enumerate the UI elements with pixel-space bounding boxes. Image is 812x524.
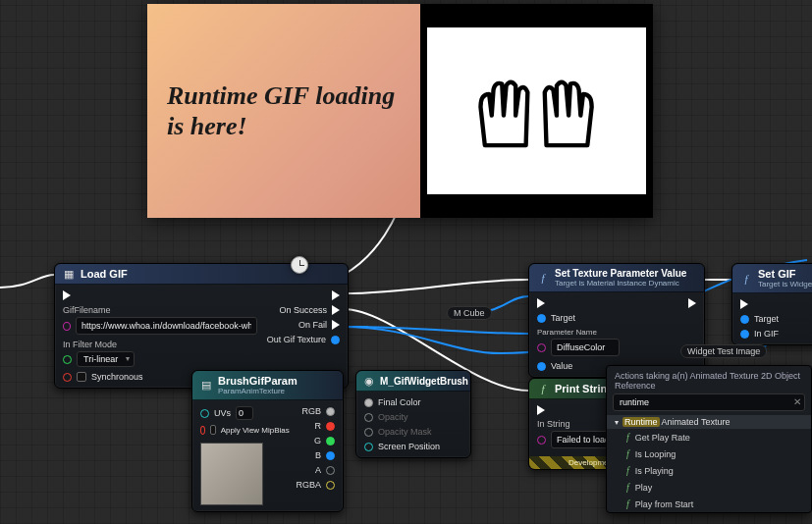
g-pin[interactable]: G bbox=[314, 436, 335, 445]
function-icon: f bbox=[626, 432, 629, 443]
exec-out-pin[interactable] bbox=[688, 298, 696, 308]
node-subtitle: Target is Widget Test Image bbox=[758, 280, 812, 288]
node-subtitle: ParamAnimTexture bbox=[218, 387, 298, 395]
function-icon: f bbox=[626, 482, 629, 493]
node-header[interactable]: f Set Texture Parameter Value Target is … bbox=[529, 264, 704, 292]
filter-mode-select[interactable]: Tri-linear bbox=[77, 351, 135, 367]
context-item[interactable]: fPlay from Start bbox=[607, 496, 811, 512]
function-icon: f bbox=[537, 383, 549, 394]
node-title: Set GIF bbox=[758, 268, 796, 280]
a-pin[interactable]: A bbox=[315, 465, 335, 475]
exec-in-pin[interactable] bbox=[740, 299, 779, 309]
node-title: BrushGifParam bbox=[218, 375, 298, 387]
node-gif-widget-brush[interactable]: ◉ M_GifWidgetBrush Final Color Opacity O… bbox=[355, 370, 471, 458]
hands-icon bbox=[451, 46, 622, 177]
b-pin[interactable]: B bbox=[315, 450, 335, 460]
node-subtitle: Target is Material Instance Dynamic bbox=[555, 279, 686, 288]
exec-in-pin[interactable] bbox=[537, 405, 545, 415]
out-gif-texture-pin[interactable]: Out Gif Texture bbox=[267, 335, 340, 344]
opacity-mask-pin[interactable]: Opacity Mask bbox=[364, 427, 440, 437]
context-category[interactable]: ▾ Runtime Animated Texture bbox=[607, 415, 811, 429]
texture-icon: ▤ bbox=[200, 380, 212, 392]
node-title: Set Texture Parameter Value bbox=[555, 268, 686, 279]
gif-filename-pin[interactable] bbox=[63, 317, 257, 335]
mipbias-checkbox[interactable] bbox=[210, 425, 216, 435]
context-menu-title: Actions taking a(n) Animated Texture 2D … bbox=[607, 366, 811, 393]
context-item[interactable]: fIs Playing bbox=[607, 462, 811, 479]
context-search-input[interactable] bbox=[613, 393, 805, 411]
exec-in-pin[interactable] bbox=[63, 290, 257, 300]
banner-headline: Runtime GIF loading is here! bbox=[167, 80, 401, 141]
material-icon: ◉ bbox=[364, 375, 374, 387]
exec-in-pin[interactable] bbox=[537, 298, 620, 308]
gif-filename-input[interactable] bbox=[76, 317, 257, 335]
filter-mode-pin[interactable]: Tri-linear bbox=[63, 351, 257, 367]
reroute-widget-label: Widget Test Image bbox=[680, 344, 767, 358]
uvs-input[interactable] bbox=[236, 406, 253, 420]
clear-search-icon[interactable]: ✕ bbox=[793, 396, 801, 407]
mipbias-pin[interactable]: Apply View MipBias bbox=[200, 425, 290, 435]
texture-thumbnail[interactable] bbox=[200, 443, 263, 505]
function-icon: ▦ bbox=[63, 268, 75, 280]
node-header[interactable]: ▤ BrushGifParam ParamAnimTexture bbox=[192, 371, 343, 400]
context-item[interactable]: fGet Play Rate bbox=[607, 429, 811, 445]
node-header[interactable]: f Set GIF Target is Widget Test Image bbox=[732, 264, 812, 293]
param-name-input[interactable] bbox=[551, 339, 620, 356]
screen-position-pin[interactable]: Screen Position bbox=[364, 442, 440, 451]
synchronous-label: Synchronous bbox=[91, 372, 143, 382]
context-search[interactable]: ✕ bbox=[613, 393, 805, 411]
rgba-pin[interactable]: RGBA bbox=[296, 480, 335, 490]
in-gif-pin[interactable]: In GIF bbox=[740, 329, 779, 339]
node-set-gif[interactable]: f Set GIF Target is Widget Test Image Ta… bbox=[731, 263, 812, 345]
node-brush-gif-param[interactable]: ▤ BrushGifParam ParamAnimTexture UVs App… bbox=[191, 370, 344, 512]
param-name-pin[interactable] bbox=[537, 339, 620, 356]
exec-out-pin[interactable] bbox=[332, 290, 340, 300]
gif-frame bbox=[427, 27, 646, 194]
on-success-pin[interactable]: On Success bbox=[279, 305, 340, 315]
function-icon: f bbox=[626, 448, 629, 459]
opacity-pin[interactable]: Opacity bbox=[364, 412, 440, 422]
final-color-pin[interactable]: Final Color bbox=[364, 397, 440, 407]
gif-filename-label: GifFilename bbox=[63, 305, 257, 315]
chevron-down-icon: ▾ bbox=[615, 418, 619, 427]
banner-text-panel: Runtime GIF loading is here! bbox=[147, 4, 420, 218]
function-icon: f bbox=[740, 273, 752, 285]
node-set-texture-param[interactable]: f Set Texture Parameter Value Target is … bbox=[528, 263, 705, 378]
promo-banner: Runtime GIF loading is here! bbox=[147, 4, 653, 218]
node-title: Load GIF bbox=[81, 268, 128, 280]
target-pin[interactable]: Target bbox=[537, 313, 620, 323]
rgb-pin[interactable]: RGB bbox=[301, 406, 335, 416]
node-title: M_GifWidgetBrush bbox=[380, 376, 468, 387]
filter-mode-label: In Filter Mode bbox=[63, 340, 257, 349]
reroute-m-cube-label: M Cube bbox=[447, 306, 492, 320]
node-header[interactable]: ◉ M_GifWidgetBrush bbox=[356, 371, 470, 392]
context-menu[interactable]: Context Sensitive Actions taking a(n) An… bbox=[606, 365, 812, 513]
latent-clock-icon bbox=[291, 256, 308, 274]
function-icon: f bbox=[626, 498, 629, 509]
banner-gif-panel bbox=[420, 4, 654, 218]
context-item[interactable]: fIs Looping bbox=[607, 445, 811, 462]
r-pin[interactable]: R bbox=[315, 421, 336, 431]
synchronous-checkbox[interactable] bbox=[77, 372, 86, 382]
param-name-label: Parameter Name bbox=[537, 328, 620, 337]
function-icon: f bbox=[537, 272, 549, 284]
function-icon: f bbox=[626, 465, 629, 476]
context-item[interactable]: fPlay bbox=[607, 479, 811, 496]
uvs-pin[interactable]: UVs bbox=[200, 406, 290, 420]
on-fail-pin[interactable]: On Fail bbox=[298, 320, 340, 330]
target-pin[interactable]: Target bbox=[740, 314, 779, 324]
node-title: Print String bbox=[555, 383, 614, 394]
